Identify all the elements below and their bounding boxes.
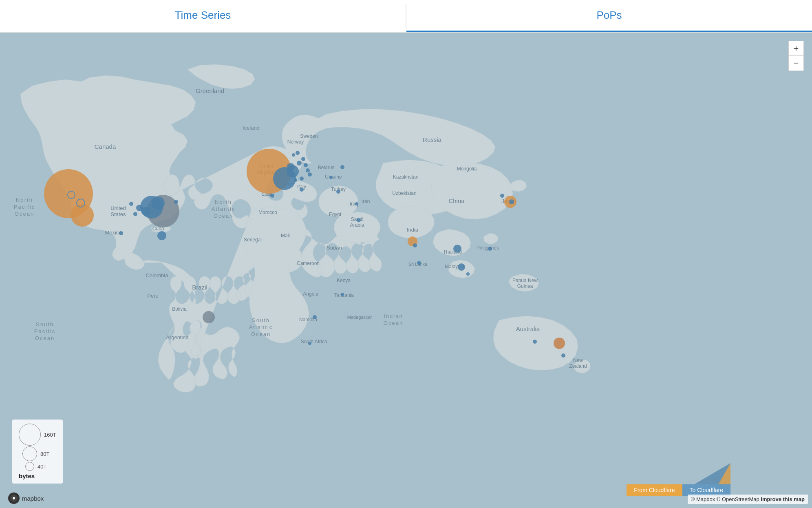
mapbox-wordmark-icon — [10, 495, 18, 502]
svg-point-71 — [71, 204, 94, 227]
legend-circle-40t — [25, 462, 34, 471]
svg-point-108 — [500, 194, 504, 198]
svg-point-113 — [466, 272, 470, 276]
svg-text:Ocean: Ocean — [384, 320, 403, 326]
svg-point-91 — [308, 172, 312, 177]
legend-circle-160t — [19, 424, 41, 446]
svg-point-100 — [336, 190, 340, 194]
svg-text:Russia: Russia — [423, 136, 442, 143]
svg-point-79 — [133, 212, 137, 216]
tab-time-series-label: Time Series — [175, 9, 231, 22]
svg-text:South Africa: South Africa — [301, 339, 327, 345]
svg-point-105 — [417, 261, 421, 265]
svg-point-104 — [413, 243, 417, 247]
svg-text:Tanzania: Tanzania — [334, 292, 354, 298]
svg-point-76 — [141, 207, 150, 216]
svg-text:Egypt: Egypt — [329, 212, 342, 217]
tab-bar: Time Series PoPs — [0, 0, 812, 33]
improve-map-link[interactable]: Improve this map — [761, 496, 805, 502]
svg-point-112 — [488, 247, 492, 251]
attribution-text: © Mapbox © OpenStreetMap — [691, 496, 759, 502]
legend-label-40t: 40T — [38, 464, 46, 470]
legend-circle-80t — [22, 446, 37, 461]
svg-point-89 — [304, 163, 308, 167]
svg-text:Indian: Indian — [384, 313, 403, 319]
svg-text:Sudan: Sudan — [327, 245, 342, 251]
svg-text:Argentina: Argentina — [166, 334, 189, 340]
svg-text:United: United — [110, 205, 126, 211]
svg-text:Ukraine: Ukraine — [325, 174, 342, 180]
legend-circles-container: 160T 80T 40T — [19, 424, 56, 471]
from-to-legend: From Cloudflare To Cloudflare — [627, 484, 730, 496]
svg-text:North: North — [16, 197, 33, 203]
legend-label-80t: 80T — [40, 451, 49, 457]
svg-text:Cameroon: Cameroon — [297, 261, 320, 266]
zoom-out-button[interactable]: − — [789, 56, 803, 71]
to-cloudflare-label: To Cloudflare — [682, 484, 731, 496]
svg-point-94 — [296, 151, 300, 155]
svg-text:New: New — [573, 358, 583, 363]
svg-text:Canada: Canada — [95, 143, 116, 150]
svg-text:Madagascar: Madagascar — [347, 315, 372, 320]
svg-point-118 — [313, 315, 317, 319]
from-cloudflare-label: From Cloudflare — [627, 484, 682, 496]
svg-point-99 — [300, 188, 304, 192]
svg-text:Papua New: Papua New — [512, 278, 538, 283]
svg-text:South: South — [36, 321, 54, 327]
svg-text:Senegal: Senegal — [244, 237, 262, 243]
zoom-in-icon: + — [794, 43, 799, 54]
zoom-controls: + − — [788, 41, 804, 71]
mapbox-logo: mapbox — [8, 493, 44, 504]
svg-text:Philippines: Philippines — [475, 245, 499, 251]
svg-point-107 — [509, 199, 514, 204]
zoom-in-button[interactable]: + — [789, 41, 803, 56]
svg-text:Bolivia: Bolivia — [172, 306, 187, 312]
svg-point-95 — [292, 153, 295, 157]
svg-point-87 — [297, 161, 302, 166]
svg-text:Ocean: Ocean — [35, 335, 55, 341]
svg-point-116 — [554, 338, 565, 349]
zoom-out-icon: − — [794, 58, 799, 68]
svg-text:Arabia: Arabia — [350, 222, 364, 228]
svg-point-78 — [129, 202, 133, 206]
svg-text:Mali: Mali — [281, 233, 290, 239]
svg-point-119 — [308, 342, 311, 345]
svg-text:Peru: Peru — [147, 293, 158, 299]
map-container[interactable]: Greenland Canada United States Mexico Cu… — [0, 33, 812, 508]
legend-row-80t: 80T — [22, 446, 49, 461]
svg-point-109 — [453, 245, 461, 253]
svg-text:Atlantic: Atlantic — [212, 206, 236, 212]
svg-text:Australia: Australia — [516, 325, 540, 332]
svg-point-82 — [119, 231, 123, 235]
svg-text:Iceland: Iceland — [243, 125, 260, 131]
svg-point-101 — [355, 202, 358, 205]
svg-text:Brazil: Brazil — [192, 284, 207, 291]
svg-point-77 — [136, 205, 143, 211]
svg-text:Mongolia: Mongolia — [457, 166, 477, 172]
svg-text:Kazakhstan: Kazakhstan — [393, 174, 419, 180]
tab-time-series[interactable]: Time Series — [0, 0, 406, 32]
svg-text:Zealand: Zealand — [569, 363, 587, 369]
svg-point-88 — [301, 157, 305, 161]
svg-point-114 — [533, 340, 537, 344]
svg-text:Morocco: Morocco — [258, 210, 277, 215]
size-legend: 160T 80T 40T bytes — [12, 420, 63, 484]
tab-pops[interactable]: PoPs — [406, 0, 812, 32]
svg-point-92 — [300, 177, 304, 181]
legend-row-40t: 40T — [25, 462, 46, 471]
legend-row-160t: 160T — [19, 424, 56, 446]
svg-point-97 — [329, 176, 333, 179]
svg-text:Pacific: Pacific — [34, 328, 55, 334]
svg-point-122 — [13, 497, 15, 499]
legend-label-160t: 160T — [44, 432, 56, 438]
svg-text:Ocean: Ocean — [214, 213, 233, 219]
app-container: Time Series PoPs — [0, 0, 812, 508]
svg-point-81 — [157, 231, 166, 240]
svg-point-86 — [287, 163, 295, 171]
svg-text:Angola: Angola — [303, 291, 318, 297]
mapbox-logo-icon — [8, 493, 20, 504]
svg-text:Colombia: Colombia — [146, 272, 169, 278]
svg-text:India: India — [407, 227, 419, 233]
svg-text:Atlantic: Atlantic — [249, 324, 273, 330]
svg-text:North: North — [215, 199, 232, 205]
